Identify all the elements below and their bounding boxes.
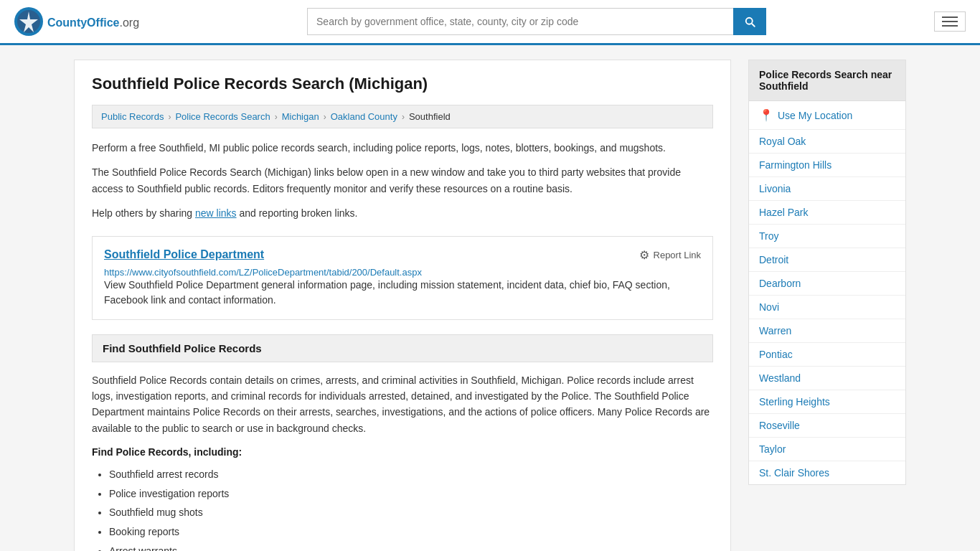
list-item: Taylor	[749, 438, 905, 461]
list-item: Westland	[749, 367, 905, 390]
list-item: Novi	[749, 296, 905, 319]
list-item: Royal Oak	[749, 130, 905, 154]
intro-3-prefix: Help others by sharing	[92, 207, 195, 219]
list-item: Police investigation reports	[109, 484, 713, 504]
breadcrumb-sep: ›	[324, 112, 326, 122]
list-item: St. Clair Shores	[749, 461, 905, 484]
breadcrumb-sep: ›	[275, 112, 278, 122]
main-content: Southfield Police Records Search (Michig…	[74, 60, 731, 551]
city-link[interactable]: Troy	[759, 230, 778, 242]
breadcrumb-sep: ›	[402, 112, 405, 122]
logo-text: CountyOffice.org	[47, 14, 139, 29]
list-item: Troy	[749, 225, 905, 248]
menu-line	[942, 21, 958, 22]
list-item: Booking reports	[109, 522, 713, 542]
breadcrumb-sep: ›	[168, 112, 171, 122]
report-link-label: Report Link	[654, 250, 701, 260]
find-section: Find Southfield Police Records Southfiel…	[92, 334, 713, 551]
logo[interactable]: CountyOffice.org	[14, 7, 139, 36]
city-link[interactable]: Roseville	[759, 420, 800, 431]
sidebar-box: Police Records Search near Southfield 📍 …	[748, 60, 906, 485]
list-item: Southfield arrest records	[109, 465, 713, 484]
intro-paragraph-1: Perform a free Southfield, MI public pol…	[92, 140, 713, 156]
city-link[interactable]: Warren	[759, 325, 791, 336]
city-link[interactable]: Hazel Park	[759, 207, 808, 218]
list-item: Hazel Park	[749, 201, 905, 225]
city-link[interactable]: Pontiac	[759, 349, 793, 360]
city-link[interactable]: Royal Oak	[759, 136, 806, 147]
main-container: Southfield Police Records Search (Michig…	[60, 45, 920, 551]
sidebar: Police Records Search near Southfield 📍 …	[748, 60, 906, 551]
city-link[interactable]: Novi	[759, 301, 779, 313]
menu-line	[942, 25, 958, 27]
list-item: Farmington Hills	[749, 154, 905, 177]
link-card-title[interactable]: Southfield Police Department	[104, 248, 264, 261]
breadcrumb-current: Southfield	[409, 111, 451, 122]
find-section-subheader: Find Police Records, including:	[92, 446, 713, 458]
link-card-url[interactable]: https://www.cityofsouthfield.com/LZ/Poli…	[104, 267, 422, 278]
list-item: Detroit	[749, 248, 905, 272]
list-item: Warren	[749, 319, 905, 343]
intro-3-suffix: and reporting broken links.	[237, 207, 358, 219]
page-title: Southfield Police Records Search (Michig…	[92, 75, 713, 93]
report-icon: ⚙	[639, 248, 649, 262]
city-link[interactable]: Livonia	[759, 183, 791, 194]
use-my-location-link[interactable]: Use My Location	[778, 110, 852, 121]
logo-icon	[14, 7, 43, 36]
breadcrumb-public-records[interactable]: Public Records	[101, 111, 164, 122]
location-pin-icon: 📍	[759, 108, 773, 122]
use-my-location[interactable]: 📍 Use My Location	[749, 101, 905, 130]
search-button[interactable]	[733, 8, 766, 35]
list-item: Dearborn	[749, 272, 905, 296]
find-section-paragraph: Southfield Police Records contain detail…	[92, 372, 713, 437]
intro-paragraph-2: The Southfield Police Records Search (Mi…	[92, 164, 713, 197]
find-section-header: Find Southfield Police Records	[92, 334, 713, 362]
city-link[interactable]: Detroit	[759, 254, 788, 265]
city-link[interactable]: Taylor	[759, 443, 786, 455]
list-item: Arrest warrants	[109, 542, 713, 552]
city-link[interactable]: Westland	[759, 372, 801, 384]
list-item: Livonia	[749, 177, 905, 201]
city-link[interactable]: Sterling Heights	[759, 396, 830, 408]
nearby-cities-list: Royal Oak Farmington Hills Livonia Hazel…	[749, 130, 905, 484]
search-input[interactable]	[307, 8, 733, 35]
search-icon	[743, 15, 756, 28]
list-item: Roseville	[749, 414, 905, 438]
city-link[interactable]: Farmington Hills	[759, 159, 831, 171]
city-link[interactable]: Dearborn	[759, 278, 801, 289]
link-card-header: Southfield Police Department ⚙ Report Li…	[104, 248, 701, 262]
list-item: Sterling Heights	[749, 390, 905, 414]
hamburger-menu-button[interactable]	[934, 11, 966, 32]
search-bar	[307, 8, 766, 35]
find-section-list: Southfield arrest records Police investi…	[92, 465, 713, 551]
report-link-button[interactable]: ⚙ Report Link	[639, 248, 701, 262]
breadcrumb-oakland-county[interactable]: Oakland County	[331, 111, 397, 122]
menu-line	[942, 17, 958, 18]
city-link[interactable]: St. Clair Shores	[759, 467, 829, 479]
sidebar-header: Police Records Search near Southfield	[749, 60, 905, 101]
breadcrumb: Public Records › Police Records Search ›…	[92, 105, 713, 128]
site-header: CountyOffice.org	[0, 0, 980, 45]
new-links-link[interactable]: new links	[195, 207, 237, 219]
list-item: Pontiac	[749, 343, 905, 367]
intro-paragraph-3: Help others by sharing new links and rep…	[92, 205, 713, 221]
list-item: Southfield mug shots	[109, 503, 713, 522]
link-card-description: View Southfield Police Department genera…	[104, 278, 701, 308]
breadcrumb-michigan[interactable]: Michigan	[282, 111, 319, 122]
breadcrumb-police-records-search[interactable]: Police Records Search	[175, 111, 270, 122]
link-card: Southfield Police Department ⚙ Report Li…	[92, 236, 713, 320]
